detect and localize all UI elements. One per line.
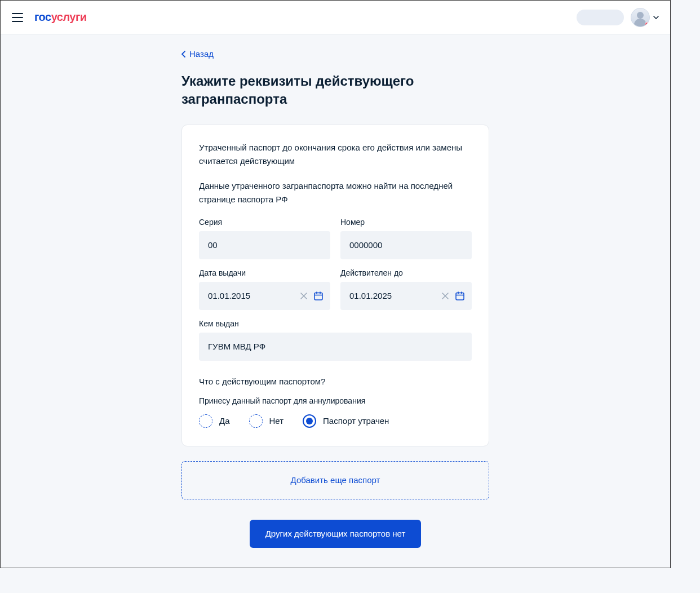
issue-date-input[interactable] [208, 282, 294, 310]
menu-icon[interactable] [12, 13, 23, 22]
radio-no[interactable]: Нет [249, 414, 284, 428]
chevron-down-icon [653, 16, 659, 19]
back-label: Назад [189, 49, 214, 59]
header-pill [577, 10, 624, 25]
number-input[interactable] [349, 231, 463, 259]
logo[interactable]: госуслуги [34, 11, 87, 24]
notification-dot-icon [645, 22, 649, 26]
radio-icon [199, 414, 212, 428]
page-title: Укажите реквизиты действующего загранпас… [181, 72, 489, 109]
radio-yes-label: Да [219, 416, 230, 426]
info-text-2: Данные утраченного загранпаспорта можно … [199, 179, 472, 206]
series-label: Серия [199, 218, 330, 227]
svg-rect-0 [314, 293, 322, 300]
valid-until-input-wrap [340, 282, 472, 310]
issue-date-label: Дата выдачи [199, 268, 330, 277]
valid-until-label: Действителен до [340, 268, 472, 277]
radio-icon-selected [303, 414, 316, 428]
user-menu[interactable] [631, 8, 659, 27]
calendar-icon[interactable] [455, 291, 465, 301]
series-input-wrap [199, 231, 330, 259]
passport-card: Утраченный паспорт до окончания срока ег… [181, 125, 489, 446]
number-label: Номер [340, 218, 472, 227]
info-text-1: Утраченный паспорт до окончания срока ег… [199, 141, 472, 168]
issued-by-input-wrap [199, 333, 472, 361]
radio-no-label: Нет [269, 416, 284, 426]
issued-by-label: Кем выдан [199, 319, 472, 328]
avatar [631, 8, 650, 27]
issued-by-input[interactable] [208, 333, 463, 361]
add-passport-button[interactable]: Добавить еще паспорт [181, 461, 489, 499]
number-input-wrap [340, 231, 472, 259]
valid-until-input[interactable] [349, 282, 436, 310]
sub-question-text: Принесу данный паспорт для аннулирования [199, 396, 472, 405]
question-text: Что с действующим паспортом? [199, 377, 472, 386]
clear-icon[interactable] [300, 292, 308, 300]
radio-group: Да Нет Паспорт утрачен [199, 414, 472, 428]
radio-lost[interactable]: Паспорт утрачен [303, 414, 389, 428]
radio-icon [249, 414, 263, 428]
back-link[interactable]: Назад [181, 49, 214, 59]
radio-yes[interactable]: Да [199, 414, 230, 428]
radio-lost-label: Паспорт утрачен [323, 416, 389, 426]
clear-icon[interactable] [441, 292, 449, 300]
chevron-left-icon [181, 51, 186, 57]
series-input[interactable] [208, 231, 321, 259]
no-other-passports-button[interactable]: Других действующих паспортов нет [250, 520, 422, 548]
calendar-icon[interactable] [313, 291, 324, 301]
svg-rect-1 [456, 293, 464, 300]
issue-date-input-wrap [199, 282, 330, 310]
header: госуслуги [1, 1, 670, 34]
